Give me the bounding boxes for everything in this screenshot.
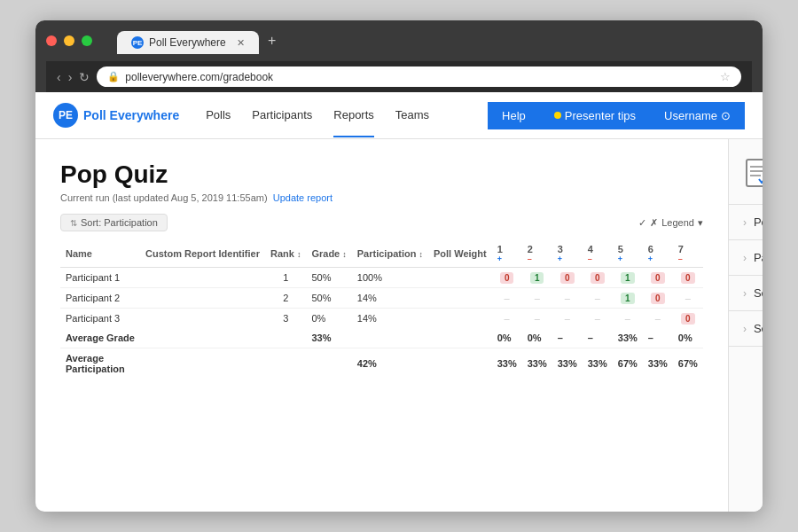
- update-report-link[interactable]: Update report: [273, 192, 332, 203]
- participant-name: Participant 3: [60, 309, 140, 329]
- nav-participants[interactable]: Participants: [252, 94, 312, 137]
- score-cell: –: [673, 288, 703, 309]
- browser-tab[interactable]: PE Poll Everywhere ✕: [117, 31, 259, 54]
- close-dot[interactable]: [46, 35, 57, 46]
- nav-teams[interactable]: Teams: [395, 94, 429, 137]
- score-cell: –: [583, 309, 613, 329]
- poll-weight: [428, 268, 492, 288]
- col-header-5: 5 +: [613, 240, 643, 268]
- participation: 14%: [352, 288, 428, 309]
- address-bar[interactable]: 🔒 polleverywhere.com/gradebook ☆: [97, 66, 741, 87]
- col-header-7: 7 –: [673, 240, 703, 268]
- sort-chip[interactable]: ⇅ Sort: Participation: [60, 214, 168, 231]
- col-header-rank[interactable]: Rank ↕: [265, 240, 306, 268]
- main-layout: Pop Quiz Current run (last updated Aug 5…: [35, 139, 763, 512]
- table-row: Participant 1150%100%0100100: [60, 268, 703, 288]
- rank: 3: [265, 309, 306, 329]
- new-tab-button[interactable]: +: [259, 27, 285, 54]
- maximize-dot[interactable]: [82, 35, 92, 46]
- chevron-right-icon-3: ›: [743, 287, 747, 300]
- avg-grade-label: Average Grade: [60, 328, 140, 348]
- sidebar-item-participants[interactable]: › Participants 2: [729, 240, 763, 275]
- sidebar-item-polls[interactable]: › Polls 2: [729, 205, 763, 239]
- score-cell: –: [552, 309, 583, 329]
- help-button[interactable]: Help: [488, 102, 540, 129]
- avg-grade-value: 33%: [306, 328, 351, 348]
- score-cell: 1: [522, 268, 552, 288]
- col-header-1: 1 +: [492, 240, 522, 268]
- forward-button[interactable]: ›: [68, 70, 73, 84]
- browser-chrome: PE Poll Everywhere ✕ + ‹ › ↻ 🔒 pollevery…: [35, 20, 763, 92]
- poll-weight: [428, 288, 492, 309]
- sidebar-participants-section: › Participants 2: [729, 240, 763, 276]
- back-button[interactable]: ‹: [57, 70, 61, 84]
- sidebar-item-select-presenter[interactable]: › Select presenter: [729, 311, 763, 346]
- content-area: Pop Quiz Current run (last updated Aug 5…: [35, 139, 728, 512]
- sidebar-polls-section: › Polls 2: [729, 205, 763, 240]
- tab-title: Poll Everywhere: [149, 36, 226, 49]
- avg-grade-row: Average Grade 33% 0% 0% – – 33% – 0%: [60, 328, 703, 348]
- table-row: Participant 2250%14%––––10–: [60, 288, 703, 309]
- chevron-right-icon: ›: [743, 216, 747, 229]
- score-cell: 0: [492, 268, 522, 288]
- url-text: polleverywhere.com/gradebook: [125, 71, 273, 83]
- grade: 50%: [306, 268, 351, 288]
- presenter-dot: [554, 112, 561, 119]
- avg-participation-row: Average Participation 42% 33% 33% 33% 33…: [60, 348, 703, 379]
- col-header-6: 6 +: [643, 240, 673, 268]
- score-cell: –: [522, 309, 552, 329]
- star-icon[interactable]: ☆: [720, 70, 731, 83]
- nav-reports[interactable]: Reports: [333, 94, 374, 137]
- browser-window: PE Poll Everywhere ✕ + ‹ › ↻ 🔒 pollevery…: [35, 20, 763, 512]
- sidebar-select-presenter-section: › Select presenter: [729, 311, 763, 347]
- custom-id: [140, 309, 265, 329]
- sidebar-select-run-section: › Select run Current run: [729, 276, 763, 311]
- poll-weight: [428, 309, 492, 329]
- score-cell: –: [583, 288, 613, 309]
- col-header-participation[interactable]: Participation ↕: [352, 240, 428, 268]
- legend-button[interactable]: ✓ ✗ Legend ▾: [638, 217, 703, 229]
- gradebook-icon: [743, 156, 763, 188]
- participant-name: Participant 2: [60, 288, 140, 309]
- sidebar-item-select-run[interactable]: › Select run Current run: [729, 276, 763, 310]
- score-cell: –: [613, 309, 643, 329]
- score-cell: 0: [673, 309, 703, 329]
- refresh-button[interactable]: ↻: [79, 70, 90, 84]
- tab-favicon: PE: [131, 36, 144, 49]
- presenter-tips[interactable]: Presenter tips: [540, 102, 650, 129]
- score-cell: 1: [613, 288, 643, 309]
- username-button[interactable]: Username ⊙: [650, 102, 745, 129]
- filter-icon: ⇅: [70, 218, 77, 228]
- score-cell: 0: [552, 268, 583, 288]
- tab-close-icon[interactable]: ✕: [237, 37, 245, 49]
- col-header-4: 4 –: [583, 240, 613, 268]
- rank: 2: [265, 288, 306, 309]
- chevron-down-icon: ▾: [698, 217, 703, 229]
- col-header-grade[interactable]: Grade ↕: [306, 240, 351, 268]
- x-icon: ✗: [650, 217, 658, 229]
- sidebar-participants-label: Participants: [754, 251, 763, 264]
- tab-bar: PE Poll Everywhere ✕ +: [117, 27, 285, 54]
- avg-participation-label: Average Participation: [60, 348, 140, 379]
- page-title: Pop Quiz: [60, 160, 703, 189]
- score-cell: 1: [613, 268, 643, 288]
- minimize-dot[interactable]: [64, 35, 74, 46]
- main-nav: Polls Participants Reports Teams: [206, 94, 429, 137]
- score-cell: –: [522, 288, 552, 309]
- sidebar-run-label: Select run: [754, 286, 763, 300]
- score-cell: 0: [673, 268, 703, 288]
- score-cell: 0: [583, 268, 613, 288]
- col-header-poll-weight: Poll Weight: [428, 240, 492, 268]
- score-cell: –: [643, 309, 673, 329]
- browser-controls: PE Poll Everywhere ✕ +: [46, 27, 752, 54]
- logo[interactable]: PE Poll Everywhere: [53, 92, 179, 138]
- grade: 0%: [306, 309, 351, 329]
- nav-polls[interactable]: Polls: [206, 94, 231, 137]
- score-cell: 0: [643, 268, 673, 288]
- chevron-right-icon-2: ›: [743, 252, 747, 264]
- score-cell: –: [492, 309, 522, 329]
- avg-participation-value: 42%: [352, 348, 428, 379]
- address-bar-row: ‹ › ↻ 🔒 polleverywhere.com/gradebook ☆: [46, 61, 752, 92]
- col-header-custom-id: Custom Report Identifier: [140, 240, 265, 268]
- custom-id: [140, 268, 265, 288]
